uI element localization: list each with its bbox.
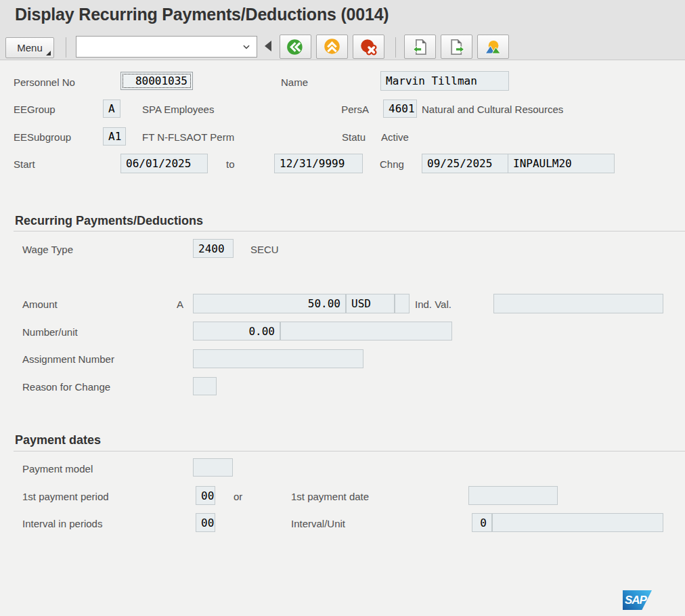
personnel-no-field[interactable]: 80001035 <box>120 72 193 90</box>
end-date-field[interactable]: 12/31/9999 <box>274 154 363 173</box>
ind-val-field[interactable] <box>493 294 663 313</box>
overview-icon <box>484 38 502 56</box>
page-title: Display Recurring Payments/Deductions (0… <box>15 5 389 24</box>
ee-subgroup-label: EESubgroup <box>14 131 71 143</box>
start-date-field[interactable]: 06/01/2025 <box>120 154 208 173</box>
assignment-number-label: Assignment Number <box>22 353 114 365</box>
back-button[interactable] <box>280 35 311 59</box>
next-record-button[interactable] <box>441 35 472 59</box>
ee-group-text: SPA Employees <box>142 104 214 115</box>
amount-field[interactable]: 50.00 <box>193 294 346 313</box>
overview-button[interactable] <box>477 35 509 59</box>
currency-field[interactable]: USD <box>346 294 395 313</box>
first-payment-date-field[interactable] <box>468 486 558 505</box>
pers-a-field[interactable]: 4601 <box>383 100 417 118</box>
interval-in-periods-field[interactable]: 00 <box>196 513 215 532</box>
pers-a-label: PersA <box>335 104 369 115</box>
assignment-number-field[interactable] <box>193 349 363 368</box>
scroll-left-icon[interactable] <box>265 41 271 51</box>
recurring-section-title: Recurring Payments/Deductions <box>15 214 203 228</box>
command-field[interactable] <box>76 36 257 58</box>
name-field[interactable]: Marvin Tillman <box>380 71 509 91</box>
pers-a-text: Natural and Cultural Resources <box>422 104 563 115</box>
personnel-no-label: Personnel No <box>14 76 75 88</box>
interval-unit-label: Interval/Unit <box>291 518 345 529</box>
chng-date-field[interactable]: 09/25/2025 <box>422 154 508 173</box>
previous-record-icon <box>411 38 429 56</box>
sap-logo-text: SAP <box>623 594 646 607</box>
wage-type-label: Wage Type <box>22 244 73 255</box>
first-payment-date-label: 1st payment date <box>291 491 369 502</box>
section-divider <box>14 231 685 232</box>
exit-icon <box>323 38 341 56</box>
wage-type-text: SECU <box>250 244 279 255</box>
to-label: to <box>226 158 235 170</box>
sap-window: Display Recurring Payments/Deductions (0… <box>0 0 685 616</box>
currency-dropdown-box[interactable] <box>395 294 410 313</box>
ee-group-label: EEGroup <box>14 104 56 115</box>
amount-label: Amount <box>22 299 58 310</box>
section-divider <box>14 451 685 452</box>
number-unit-field[interactable]: 0.00 <box>193 322 280 340</box>
first-payment-period-label: 1st payment period <box>22 491 109 502</box>
payment-dates-section-title: Payment dates <box>15 433 101 447</box>
back-icon <box>286 38 305 56</box>
ee-subgroup-field[interactable]: A1 <box>103 127 126 146</box>
menu-triangle-icon <box>46 51 51 56</box>
amount-indicator: A <box>177 299 183 310</box>
payment-model-field[interactable] <box>193 458 233 477</box>
status-label: Statu <box>332 131 366 143</box>
ee-subgroup-text: FT N-FLSAOT Perm <box>142 131 234 143</box>
previous-record-button[interactable] <box>404 35 436 59</box>
ee-group-field[interactable]: A <box>103 100 120 118</box>
ind-val-label: Ind. Val. <box>415 299 451 310</box>
menu-button[interactable]: Menu <box>5 37 54 58</box>
toolbar-divider <box>66 37 66 58</box>
first-payment-period-field[interactable]: 00 <box>196 486 215 505</box>
cancel-icon <box>359 38 378 56</box>
reason-for-change-field[interactable] <box>193 377 217 395</box>
sap-logo: SAP <box>623 590 652 610</box>
menu-button-label: Menu <box>17 42 43 53</box>
toolbar-divider <box>395 37 396 58</box>
name-label: Name <box>281 76 308 88</box>
chevron-down-icon[interactable] <box>242 42 251 51</box>
chng-user-field[interactable]: INPAULM20 <box>508 154 615 173</box>
next-record-icon <box>447 38 466 56</box>
chng-label: Chng <box>380 158 404 170</box>
interval-in-periods-label: Interval in periods <box>22 518 102 529</box>
top-bar: Display Recurring Payments/Deductions (0… <box>0 0 685 60</box>
status-value: Active <box>381 131 409 143</box>
payment-model-label: Payment model <box>22 463 93 475</box>
number-unit-label: Number/unit <box>22 326 78 338</box>
interval-value-field[interactable]: 0 <box>472 513 492 532</box>
or-label: or <box>234 491 242 502</box>
start-label: Start <box>14 158 35 170</box>
interval-unit-field[interactable] <box>492 513 663 532</box>
wage-type-field[interactable]: 2400 <box>193 239 234 258</box>
cancel-button[interactable] <box>353 35 384 59</box>
unit-field[interactable] <box>280 322 452 340</box>
reason-for-change-label: Reason for Change <box>22 381 110 393</box>
exit-button[interactable] <box>316 35 348 59</box>
